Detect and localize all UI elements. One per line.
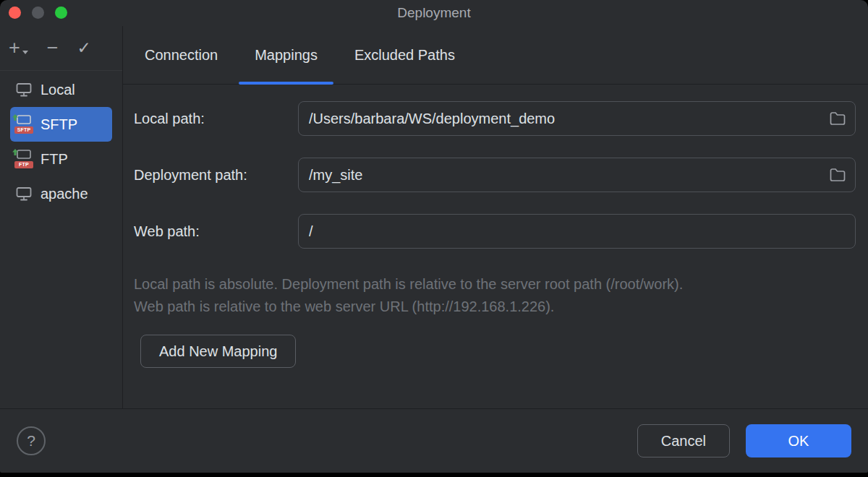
add-new-mapping-button[interactable]: Add New Mapping <box>140 335 296 368</box>
apache-server-icon <box>14 184 33 203</box>
dialog-footer: ? Cancel OK <box>0 408 868 473</box>
server-item-sftp[interactable]: SFTP SFTP <box>10 107 112 142</box>
tab-mappings[interactable]: Mappings <box>239 26 333 84</box>
deployment-path-browse-folder-icon[interactable] <box>830 168 846 182</box>
ftp-server-icon: FTP <box>14 150 33 168</box>
server-item-label: Local <box>41 82 75 98</box>
web-path-input[interactable] <box>298 214 856 249</box>
local-path-row: Local path: <box>134 101 856 136</box>
web-path-row: Web path: <box>134 214 856 249</box>
deployment-path-label: Deployment path: <box>134 167 298 184</box>
window-title: Deployment <box>397 5 470 21</box>
deployment-path-input-wrap <box>298 158 856 192</box>
tab-connection[interactable]: Connection <box>129 26 234 84</box>
paths-help-text: Local path is absolute. Deployment path … <box>134 273 856 318</box>
server-item-label: apache <box>41 186 88 202</box>
add-dropdown-arrow-icon <box>22 51 28 54</box>
deployment-path-input[interactable] <box>298 158 856 192</box>
question-mark-icon: ? <box>27 432 35 450</box>
local-server-icon <box>14 80 33 99</box>
zoom-window-button[interactable] <box>55 7 67 19</box>
local-path-browse-folder-icon[interactable] <box>830 111 846 126</box>
cancel-button[interactable]: Cancel <box>637 424 730 457</box>
web-path-input-wrap <box>298 214 856 249</box>
checkmark-icon: ✓ <box>77 40 91 56</box>
mappings-form: Local path: Deployment path: <box>123 85 868 408</box>
server-item-apache[interactable]: apache <box>10 176 112 211</box>
close-window-button[interactable] <box>9 7 21 19</box>
server-list-toolbar: + − ✓ <box>0 26 122 71</box>
remove-server-button[interactable]: − <box>47 38 59 58</box>
minimize-window-button[interactable] <box>32 7 44 19</box>
web-path-label: Web path: <box>134 223 298 240</box>
server-item-ftp[interactable]: FTP FTP <box>10 142 112 176</box>
server-item-label: SFTP <box>41 116 77 133</box>
plus-icon: + <box>9 38 20 58</box>
minus-icon: − <box>47 38 59 58</box>
help-button[interactable]: ? <box>17 426 46 455</box>
deployment-path-row: Deployment path: <box>134 158 856 192</box>
server-item-local[interactable]: Local <box>10 72 112 107</box>
add-server-button[interactable]: + <box>9 38 28 58</box>
ok-button[interactable]: OK <box>746 424 851 457</box>
deployment-dialog: Deployment + − ✓ <box>0 0 868 473</box>
local-path-input[interactable] <box>298 101 856 136</box>
paths-help-line-2: Web path is relative to the web server U… <box>134 296 856 318</box>
use-server-button[interactable]: ✓ <box>77 40 91 56</box>
server-list-panel: + − ✓ Local <box>0 26 123 408</box>
dialog-body: + − ✓ Local <box>0 26 868 408</box>
sftp-badge: SFTP <box>14 126 33 134</box>
ftp-badge: FTP <box>14 161 33 168</box>
footer-buttons: Cancel OK <box>637 424 851 457</box>
window-controls <box>9 7 67 19</box>
title-bar: Deployment <box>0 0 868 26</box>
tab-excluded-paths[interactable]: Excluded Paths <box>339 26 471 84</box>
server-item-label: FTP <box>41 151 68 168</box>
paths-help-line-1: Local path is absolute. Deployment path … <box>134 273 856 296</box>
tab-bar: Connection Mappings Excluded Paths <box>123 26 868 85</box>
mappings-panel: Connection Mappings Excluded Paths Local… <box>123 26 868 408</box>
local-path-label: Local path: <box>134 111 298 127</box>
sftp-server-icon: SFTP <box>14 115 33 134</box>
local-path-input-wrap <box>298 101 856 136</box>
server-list: Local SFTP SFTP FTP FT <box>0 71 122 211</box>
